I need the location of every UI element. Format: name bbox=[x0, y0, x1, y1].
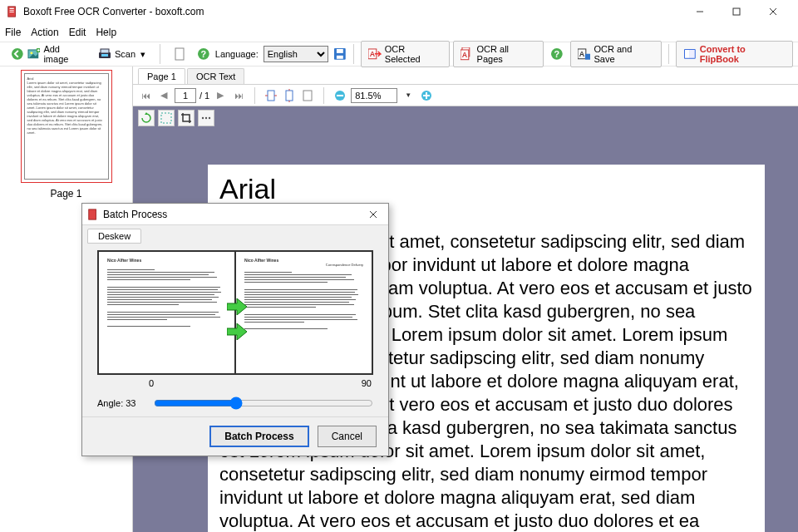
fit-width-icon[interactable] bbox=[264, 88, 278, 103]
svg-text:A: A bbox=[579, 50, 584, 58]
arrow-icon bbox=[227, 323, 247, 340]
book-icon bbox=[683, 47, 697, 61]
lang-save-icon[interactable] bbox=[333, 47, 347, 61]
slider-min-label: 0 bbox=[149, 378, 154, 388]
menu-edit[interactable]: Edit bbox=[69, 27, 86, 38]
add-image-label: Add image bbox=[43, 44, 86, 64]
add-image-button[interactable]: Add image bbox=[5, 42, 92, 66]
app-icon bbox=[7, 6, 18, 17]
batch-process-dialog: Batch Process Deskew Nico Alfter Wines N… bbox=[81, 203, 389, 456]
ocr-save-label: OCR and Save bbox=[594, 44, 654, 64]
last-page-icon[interactable]: ⏭ bbox=[231, 88, 246, 103]
prev-page-icon[interactable]: ◀ bbox=[156, 88, 171, 103]
page-total: / 1 bbox=[200, 91, 209, 101]
ocr-save-button[interactable]: A OCR and Save bbox=[570, 41, 662, 67]
scan-button[interactable]: Scan ▾ bbox=[92, 45, 153, 63]
svg-rect-22 bbox=[337, 56, 343, 59]
window-titlebar: Boxoft Free OCR Converter - boxoft.com bbox=[0, 0, 798, 23]
maximize-button[interactable] bbox=[718, 0, 755, 23]
zoom-out-icon[interactable] bbox=[332, 88, 347, 103]
arrow-icon bbox=[227, 298, 247, 315]
svg-rect-34 bbox=[685, 50, 690, 58]
svg-rect-38 bbox=[303, 91, 312, 101]
svg-point-8 bbox=[12, 48, 23, 60]
svg-rect-2 bbox=[10, 10, 14, 11]
ocr-selected-label: OCR Selected bbox=[385, 44, 442, 64]
deskew-preview: Nico Alfter Wines Nico Alfter Wines Corr… bbox=[97, 250, 373, 375]
svg-rect-37 bbox=[286, 91, 293, 101]
select-icon[interactable] bbox=[158, 110, 175, 126]
ocr-all-button[interactable]: A OCR all Pages bbox=[453, 41, 544, 67]
window-title: Boxoft Free OCR Converter - boxoft.com bbox=[23, 6, 204, 17]
cancel-button[interactable]: Cancel bbox=[318, 426, 377, 447]
preview-before: Nico Alfter Wines bbox=[99, 252, 234, 373]
actual-size-icon[interactable] bbox=[300, 88, 315, 103]
svg-rect-5 bbox=[733, 8, 740, 15]
flipbook-label: Convert to FlipBook bbox=[700, 44, 786, 64]
back-arrow-icon bbox=[11, 47, 24, 61]
zoom-input[interactable] bbox=[351, 88, 397, 103]
svg-rect-15 bbox=[101, 49, 109, 53]
svg-rect-32 bbox=[585, 54, 591, 60]
dialog-close-button[interactable] bbox=[363, 206, 383, 223]
convert-flipbook-button[interactable]: Convert to FlipBook bbox=[676, 41, 793, 67]
crop-icon[interactable] bbox=[178, 110, 195, 126]
toolbar-separator bbox=[160, 44, 160, 64]
svg-point-10 bbox=[30, 52, 32, 55]
dropdown-arrow-icon: ▾ bbox=[139, 47, 147, 61]
page-icon bbox=[173, 47, 186, 61]
ocr-all-icon: A bbox=[461, 47, 474, 61]
main-tabs: Page 1 OCR Text bbox=[133, 66, 798, 85]
minimize-button[interactable] bbox=[682, 0, 718, 23]
zoom-dropdown-icon[interactable]: ▼ bbox=[401, 88, 416, 103]
ocr-save-icon: A bbox=[578, 47, 591, 61]
first-page-icon[interactable]: ⏮ bbox=[138, 88, 153, 103]
menu-file[interactable]: File bbox=[5, 27, 21, 38]
language-label: Language: bbox=[215, 49, 259, 59]
batch-process-button[interactable]: Batch Process bbox=[209, 426, 308, 447]
fit-height-icon[interactable] bbox=[282, 88, 297, 103]
next-page-icon[interactable]: ▶ bbox=[213, 88, 228, 103]
menubar: File Action Edit Help bbox=[0, 23, 798, 42]
ocr-selected-button[interactable]: A OCR Selected bbox=[361, 41, 450, 67]
doc-side-tools bbox=[138, 110, 214, 126]
svg-rect-1 bbox=[10, 8, 14, 9]
svg-text:?: ? bbox=[554, 49, 560, 59]
svg-text:A: A bbox=[370, 50, 376, 58]
tab-page[interactable]: Page 1 bbox=[138, 68, 185, 84]
dialog-tab-deskew[interactable]: Deskew bbox=[87, 229, 141, 244]
svg-point-45 bbox=[202, 117, 204, 119]
svg-rect-48 bbox=[89, 209, 96, 219]
svg-text:A: A bbox=[462, 51, 468, 59]
zoom-in-icon[interactable] bbox=[419, 88, 434, 103]
rotate-icon[interactable] bbox=[138, 110, 155, 126]
page-thumbnail[interactable]: ArialLorem ipsum dolor sit amet, consete… bbox=[21, 70, 112, 183]
svg-rect-35 bbox=[690, 50, 695, 58]
svg-point-47 bbox=[209, 117, 210, 119]
menu-action[interactable]: Action bbox=[31, 27, 58, 38]
preview-after: Nico Alfter Wines Correspondence Deliver… bbox=[236, 252, 372, 373]
thumbnail-label: Page 1 bbox=[3, 188, 129, 200]
main-toolbar: Add image Scan ▾ ? Language: English A O… bbox=[0, 42, 798, 66]
svg-rect-36 bbox=[268, 91, 274, 101]
page-nav-toolbar: ⏮ ◀ / 1 ▶ ⏭ ▼ bbox=[133, 85, 798, 106]
menu-help[interactable]: Help bbox=[96, 27, 116, 38]
dialog-titlebar[interactable]: Batch Process bbox=[82, 204, 388, 225]
pages-view-button[interactable] bbox=[167, 45, 192, 63]
language-select[interactable]: English bbox=[264, 46, 329, 62]
svg-point-46 bbox=[205, 117, 207, 119]
help-icon[interactable]: ? bbox=[197, 47, 210, 61]
dialog-app-icon bbox=[87, 209, 99, 220]
more-icon[interactable] bbox=[198, 110, 214, 126]
scan-label: Scan bbox=[115, 49, 135, 59]
ocr-selected-icon: A bbox=[368, 47, 382, 61]
toolbar-separator bbox=[668, 44, 669, 64]
close-button[interactable] bbox=[755, 0, 791, 23]
tab-ocr-text[interactable]: OCR Text bbox=[187, 68, 244, 84]
ocr-all-label: OCR all Pages bbox=[477, 44, 536, 64]
page-number-input[interactable] bbox=[175, 88, 196, 103]
angle-slider[interactable] bbox=[154, 397, 373, 410]
svg-rect-21 bbox=[337, 49, 343, 53]
help2-icon[interactable]: ? bbox=[550, 47, 564, 61]
toolbar-separator bbox=[353, 44, 354, 64]
